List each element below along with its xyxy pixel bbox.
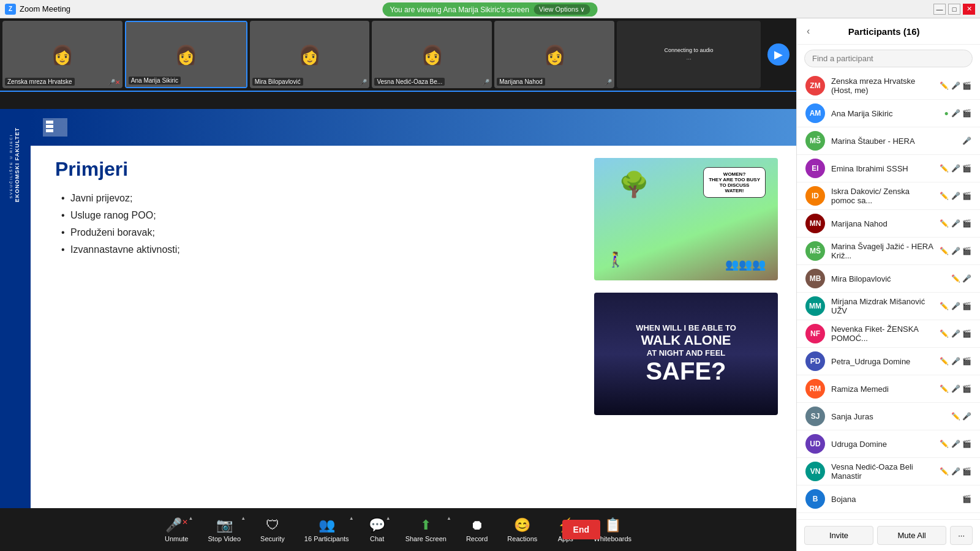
slide-header	[31, 109, 796, 146]
participant-info-mb: Mira Bilopavlović	[831, 274, 945, 283]
participant-item-zm[interactable]: ZM Zenska mreza Hrvatske (Host, me) ✏️ 🎤…	[797, 72, 980, 100]
participant-icons-rm: ✏️ 🎤 🎬	[940, 384, 971, 393]
stop-video-button[interactable]: ▲ 📷 Stop Video	[198, 508, 251, 551]
night-safe: SAFE?	[636, 358, 736, 385]
participant-icons-mm: ✏️ 🎤 🎬	[940, 302, 971, 310]
record-label: Record	[466, 535, 488, 542]
participant-info-am: Ana Marija Sikiric	[831, 109, 938, 118]
mute-all-button[interactable]: Mute All	[877, 526, 946, 545]
participants-panel: ‹ Participants (16) ZM Zenska mreza Hrva…	[796, 18, 980, 551]
avatar-id: ID	[805, 186, 825, 206]
participant-info-mm: Mirjana Mizdrak Mišanović UŽV	[831, 297, 933, 315]
search-input[interactable]	[804, 50, 973, 67]
avatar-b: B	[805, 489, 825, 509]
night-image: WHEN WILL I BE ABLE TO WALK ALONE AT NIG…	[594, 293, 778, 415]
participant-icons-mn: ✏️ 🎤 🎬	[940, 219, 971, 228]
view-options-button[interactable]: View Options ∨	[534, 4, 590, 15]
video-icon: 📷	[216, 517, 233, 533]
next-icon: ▶	[767, 43, 790, 66]
app-title: Zoom Meeting	[20, 4, 70, 13]
maximize-button[interactable]: □	[948, 4, 960, 15]
participant-item-ud[interactable]: UD Udruga Domine ✏️ 🎤 🎬	[797, 430, 980, 458]
participant-icons-vn: ✏️ 🎤 🎬	[940, 467, 971, 476]
participant-name-5: Marijana Nahod	[497, 78, 545, 86]
participants-caret[interactable]: ▲	[349, 515, 354, 521]
participant-info-ms1: Marina Štauber - HERA	[831, 137, 956, 146]
participant-item-mb[interactable]: MB Mira Bilopavlović ✏️ 🎤	[797, 265, 980, 293]
title-controls: — □ ✕	[933, 4, 975, 15]
next-arrow-button[interactable]: ▶	[763, 21, 794, 88]
unmute-label: Unmute	[165, 535, 189, 542]
share-caret[interactable]: ▲	[447, 515, 451, 521]
invite-button[interactable]: Invite	[804, 526, 873, 545]
participant-icons-ei: ✏️ 🎤 🎬	[940, 164, 971, 173]
participant-icons-sj: ✏️ 🎤	[951, 412, 971, 421]
security-label: Security	[260, 535, 285, 542]
share-screen-button[interactable]: ▲ ⬆ Share Screen	[396, 508, 456, 551]
chat-button[interactable]: ▲ 💬 Chat	[359, 508, 396, 551]
night-text-content: WHEN WILL I BE ABLE TO WALK ALONE AT NIG…	[636, 323, 736, 385]
unmute-button[interactable]: ▲ 🎤✕ Unmute	[155, 508, 198, 551]
participant-item-rm[interactable]: RM Ramiza Memedi ✏️ 🎤 🎬	[797, 375, 980, 403]
security-button[interactable]: 🛡 Security	[251, 508, 295, 551]
walking-figure: 🚶‍♀️	[606, 251, 625, 268]
avatar-vn: VN	[805, 462, 825, 481]
participant-item-am[interactable]: AM Ana Marija Sikiric ● 🎤 🎬	[797, 100, 980, 127]
participant-info-ms2: Marina Švagelj Jažić - HERA Križ...	[831, 242, 933, 260]
avatar-rm: RM	[805, 379, 825, 399]
minimize-button[interactable]: —	[933, 4, 946, 15]
avatar-nf: NF	[805, 324, 825, 343]
participant-item-ms2[interactable]: MŠ Marina Švagelj Jažić - HERA Križ... ✏…	[797, 238, 980, 265]
avatar-ms2: MŠ	[805, 241, 825, 261]
participant-icons-ms1: 🎤	[962, 137, 971, 145]
participant-info-pd: Petra_Udruga Domine	[831, 357, 933, 366]
cartoon-image-box: WOMEN?THEY ARE TOO BUSYTO DISCUSSWATER! …	[594, 158, 778, 280]
avatar-ud: UD	[805, 434, 825, 454]
participant-item-sj[interactable]: SJ Sanja Juras ✏️ 🎤	[797, 403, 980, 430]
participant-thumb-3[interactable]: 👩 Mira Bilopavlović 🎤	[250, 21, 370, 88]
search-box	[797, 45, 980, 72]
participant-item-vn[interactable]: VN Vesna Nedić-Oaza Beli Manastir ✏️ 🎤 🎬	[797, 458, 980, 485]
participant-info-sj: Sanja Juras	[831, 412, 945, 421]
share-icon: ⬆	[420, 517, 431, 533]
night-image-box: WHEN WILL I BE ABLE TO WALK ALONE AT NIG…	[594, 293, 778, 415]
chat-caret[interactable]: ▲	[386, 515, 391, 521]
participant-thumb-5[interactable]: 👩 Marijana Nahod 🎤	[494, 21, 614, 88]
reactions-button[interactable]: 😊 Reactions	[497, 508, 547, 551]
reactions-icon: 😊	[514, 517, 530, 533]
participant-info-rm: Ramiza Memedi	[831, 384, 933, 394]
participant-icons-am: ● 🎤 🎬	[944, 109, 971, 118]
participant-thumb-1[interactable]: 👩 Zenska mreza Hrvatske 🎤✕	[2, 21, 123, 88]
video-caret[interactable]: ▲	[241, 515, 246, 521]
close-button[interactable]: ✕	[963, 4, 975, 15]
participant-info-ud: Udruga Domine	[831, 440, 933, 449]
unmute-caret[interactable]: ▲	[189, 515, 194, 521]
end-button[interactable]: End	[562, 520, 600, 539]
title-bar: Z Zoom Meeting You are viewing Ana Marij…	[0, 0, 980, 18]
participant-item-pd[interactable]: PD Petra_Udruga Domine ✏️ 🎤 🎬	[797, 348, 980, 375]
share-banner: You are viewing Ana Marija Sikiric's scr…	[383, 2, 598, 17]
participant-item-b[interactable]: B Bojana 🎬	[797, 485, 980, 513]
stop-video-label: Stop Video	[208, 535, 241, 542]
participant-item-mm[interactable]: MM Mirjana Mizdrak Mišanović UŽV ✏️ 🎤 🎬	[797, 293, 980, 320]
share-text: You are viewing Ana Marija Sikiric's scr…	[390, 6, 529, 14]
zoom-icon: Z	[5, 4, 16, 15]
chat-icon: 💬	[369, 517, 385, 533]
avatar-sj: SJ	[805, 407, 825, 426]
participant-thumb-connecting[interactable]: Connecting to audio ···	[617, 21, 761, 88]
participants-button[interactable]: ▲ 👥 16 Participants	[295, 508, 359, 551]
participant-icons-ud: ✏️ 🎤 🎬	[940, 440, 971, 448]
participant-info-nf: Nevenka Fiket- ŽENSKA POMOĆ...	[831, 324, 933, 343]
participant-item-ms1[interactable]: MŠ Marina Štauber - HERA 🎤	[797, 127, 980, 155]
more-options-button[interactable]: ···	[950, 526, 973, 545]
participant-thumb-2[interactable]: 👩 Ana Marija Sikiric	[125, 21, 247, 88]
participants-icon: 👥	[318, 517, 335, 533]
participant-item-mn[interactable]: MN Marijana Nahod ✏️ 🎤 🎬	[797, 210, 980, 238]
participant-thumb-4[interactable]: 👩 Vesna Nedić-Oaza Be... 🎤	[372, 21, 492, 88]
participant-item-nf[interactable]: NF Nevenka Fiket- ŽENSKA POMOĆ... ✏️ 🎤 🎬	[797, 320, 980, 348]
participant-item-ei[interactable]: EI Emina Ibrahimi SSSH ✏️ 🎤 🎬	[797, 155, 980, 182]
left-panel: 👩 Zenska mreza Hrvatske 🎤✕ 👩 Ana Marija …	[0, 18, 796, 551]
participant-item-id[interactable]: ID Iskra Dakovic/ Zenska pomoc sa... ✏️ …	[797, 182, 980, 210]
record-button[interactable]: ⏺ Record	[456, 508, 497, 551]
svg-rect-2	[46, 129, 53, 132]
